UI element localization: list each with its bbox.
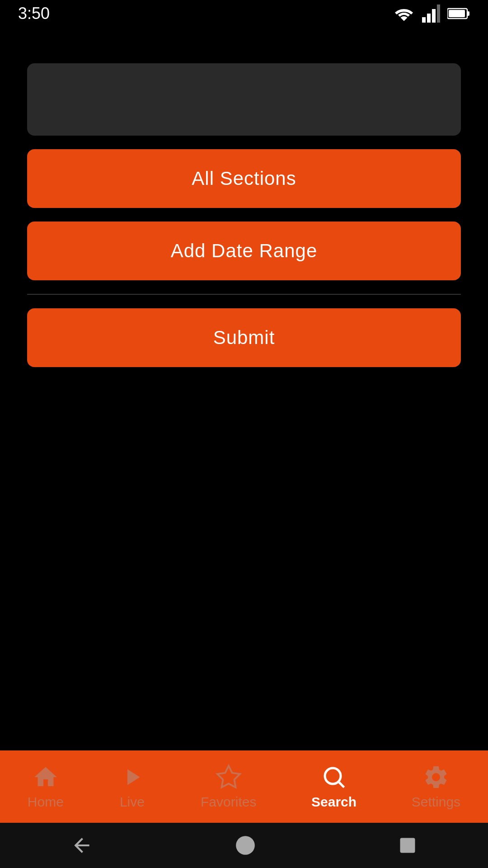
status-time: 3:50 <box>18 4 50 23</box>
status-bar: 3:50 <box>0 0 488 27</box>
search-icon <box>320 764 347 791</box>
svg-line-8 <box>339 783 344 788</box>
back-icon <box>70 834 93 857</box>
svg-rect-1 <box>427 14 431 23</box>
system-nav <box>0 823 488 868</box>
svg-rect-6 <box>449 10 465 17</box>
svg-point-7 <box>325 768 341 784</box>
nav-label-settings: Settings <box>412 794 460 810</box>
all-sections-button[interactable]: All Sections <box>27 149 461 208</box>
nav-item-search[interactable]: Search <box>298 759 370 814</box>
wifi-icon <box>393 5 415 22</box>
nav-item-home[interactable]: Home <box>14 759 77 814</box>
search-input[interactable] <box>27 63 461 136</box>
signal-icon <box>422 5 440 23</box>
favorites-icon <box>215 764 242 791</box>
svg-rect-5 <box>467 11 469 16</box>
nav-item-favorites[interactable]: Favorites <box>187 759 270 814</box>
status-icons <box>393 5 470 23</box>
home-icon <box>32 764 59 791</box>
nav-label-home: Home <box>28 794 64 810</box>
recents-button[interactable] <box>398 835 418 855</box>
nav-label-live: Live <box>120 794 145 810</box>
home-circle-icon <box>234 834 257 857</box>
nav-label-search: Search <box>311 794 357 810</box>
nav-label-favorites: Favorites <box>201 794 256 810</box>
nav-item-live[interactable]: Live <box>105 759 159 814</box>
svg-rect-2 <box>432 9 436 23</box>
main-content: All Sections Add Date Range Submit <box>0 27 488 385</box>
svg-rect-10 <box>400 838 415 853</box>
svg-point-9 <box>236 836 255 855</box>
add-date-range-button[interactable]: Add Date Range <box>27 222 461 280</box>
recents-icon <box>398 835 418 855</box>
live-icon <box>118 764 145 791</box>
divider <box>27 294 461 295</box>
battery-icon <box>447 7 470 20</box>
nav-item-settings[interactable]: Settings <box>398 759 474 814</box>
bottom-nav: Home Live Favorites Search Settings <box>0 750 488 823</box>
settings-icon <box>422 764 450 791</box>
svg-rect-3 <box>437 5 440 23</box>
back-button[interactable] <box>70 834 93 857</box>
submit-button[interactable]: Submit <box>27 308 461 367</box>
home-button[interactable] <box>234 834 257 857</box>
svg-rect-0 <box>422 17 426 23</box>
